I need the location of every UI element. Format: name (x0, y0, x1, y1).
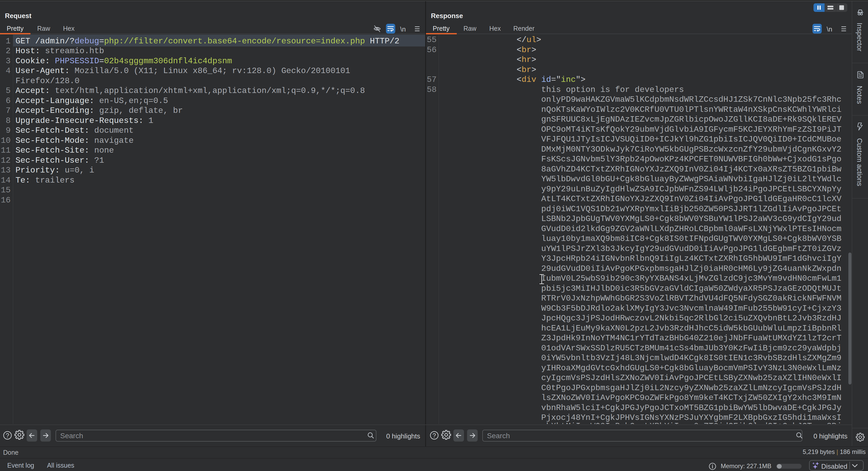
svg-text:?: ? (432, 432, 436, 439)
svg-text:?: ? (6, 432, 9, 439)
